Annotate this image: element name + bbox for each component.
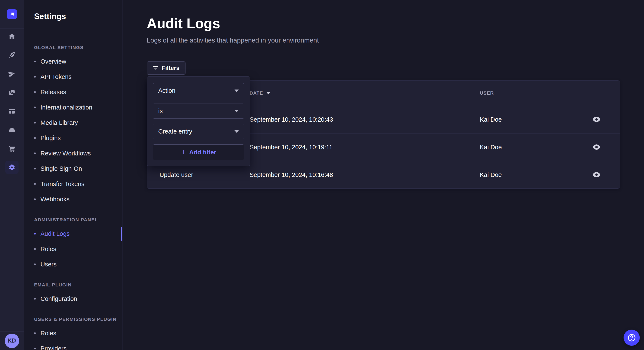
sidebar-item-label: Review Workflows xyxy=(40,150,91,157)
filter-field-value: Action xyxy=(158,87,176,94)
item-bullet xyxy=(34,233,36,234)
sidebar-item-label: Providers xyxy=(40,345,67,350)
view-details-button[interactable] xyxy=(590,114,602,126)
sidebar-item-label: Media Library xyxy=(40,119,78,126)
strapi-glyph-icon xyxy=(9,11,15,17)
rail-cloud-icon[interactable] xyxy=(5,123,18,137)
sidebar-section-label: USERS & PERMISSIONS PLUGIN xyxy=(34,317,122,322)
sidebar-item-providers[interactable]: Providers xyxy=(24,341,122,350)
sidebar-item-roles[interactable]: Roles xyxy=(24,241,122,257)
item-bullet xyxy=(34,263,36,265)
filter-operator-select[interactable]: is xyxy=(153,104,244,119)
settings-title: Settings xyxy=(34,12,122,21)
filters-button[interactable]: Filters xyxy=(147,61,186,75)
sort-desc-icon[interactable] xyxy=(266,92,270,94)
sidebar-section-label: GLOBAL SETTINGS xyxy=(34,45,122,50)
date-header-label: DATE xyxy=(250,90,263,96)
sidebar-item-configuration[interactable]: Configuration xyxy=(24,291,122,306)
chevron-down-icon xyxy=(234,90,239,92)
rail-layout-icon[interactable] xyxy=(5,105,18,118)
filter-popover: Action is Create entry + Add filter xyxy=(147,76,250,166)
item-bullet xyxy=(34,332,36,334)
item-bullet xyxy=(34,168,36,170)
sidebar-item-list: RolesProviders xyxy=(24,326,122,350)
sidebar-section-label: EMAIL PLUGIN xyxy=(34,282,122,288)
active-indicator xyxy=(121,227,122,241)
sidebar-item-review-workflows[interactable]: Review Workflows xyxy=(24,146,122,161)
filters-button-label: Filters xyxy=(162,65,180,71)
filter-value-value: Create entry xyxy=(158,128,192,135)
sidebar-item-label: Releases xyxy=(40,89,66,96)
sidebar-item-label: Roles xyxy=(40,246,56,253)
sidebar-item-audit-logs[interactable]: Audit Logs xyxy=(24,226,122,241)
rail-settings-gear-icon[interactable] xyxy=(5,161,18,174)
sidebar-item-label: Transfer Tokens xyxy=(40,180,84,187)
sidebar-item-label: Plugins xyxy=(40,135,61,142)
item-bullet xyxy=(34,76,36,78)
filter-value-select[interactable]: Create entry xyxy=(153,124,244,139)
item-bullet xyxy=(34,183,36,185)
cell-user: Kai Doe xyxy=(480,144,586,151)
sidebar-item-releases[interactable]: Releases xyxy=(24,84,122,100)
main-nav-rail: KD xyxy=(0,0,24,350)
cell-date: September 10, 2024, 10:16:48 xyxy=(250,172,480,178)
sidebar-item-label: API Tokens xyxy=(40,73,72,80)
logo-section xyxy=(0,0,24,28)
sidebar-item-label: Audit Logs xyxy=(40,230,70,237)
filter-operator-value: is xyxy=(158,108,163,115)
cell-user: Kai Doe xyxy=(480,172,586,178)
rail-cart-icon[interactable] xyxy=(5,142,18,155)
cell-action: Update user xyxy=(160,172,250,178)
item-bullet xyxy=(34,91,36,93)
column-header-date[interactable]: DATE xyxy=(250,90,480,96)
sidebar-item-users[interactable]: Users xyxy=(24,257,122,272)
item-bullet xyxy=(34,107,36,108)
sidebar-item-list: Configuration xyxy=(24,291,122,306)
sidebar-item-media-library[interactable]: Media Library xyxy=(24,115,122,130)
add-filter-button[interactable]: + Add filter xyxy=(153,144,244,160)
item-bullet xyxy=(34,248,36,250)
cell-date: September 10, 2024, 10:19:11 xyxy=(250,144,480,151)
page-subtitle: Logs of all the activities that happened… xyxy=(147,37,319,44)
item-bullet xyxy=(34,198,36,200)
sidebar-item-transfer-tokens[interactable]: Transfer Tokens xyxy=(24,176,122,191)
sidebar-item-single-sign-on[interactable]: Single Sign-On xyxy=(24,161,122,176)
user-avatar[interactable]: KD xyxy=(5,334,19,348)
rail-media-icon[interactable] xyxy=(5,86,18,99)
help-button[interactable] xyxy=(624,330,640,346)
eye-icon xyxy=(593,144,600,150)
sidebar-item-plugins[interactable]: Plugins xyxy=(24,130,122,146)
add-filter-label: Add filter xyxy=(189,149,216,156)
sidebar-item-label: Single Sign-On xyxy=(40,165,82,172)
rail-feather-icon[interactable] xyxy=(5,48,18,62)
item-bullet xyxy=(34,298,36,300)
item-bullet xyxy=(34,348,36,349)
sidebar-item-label: Roles xyxy=(40,330,56,337)
sidebar-item-label: Configuration xyxy=(40,295,77,302)
item-bullet xyxy=(34,61,36,62)
main-content: Audit Logs Logs of all the activities th… xyxy=(122,0,644,350)
sidebar-section-label: ADMINISTRATION PANEL xyxy=(34,217,122,223)
column-header-user[interactable]: USER xyxy=(480,90,586,96)
rail-paper-plane-icon[interactable] xyxy=(5,67,18,80)
sidebar-item-webhooks[interactable]: Webhooks xyxy=(24,191,122,207)
sidebar-item-api-tokens[interactable]: API Tokens xyxy=(24,69,122,84)
sidebar-item-overview[interactable]: Overview xyxy=(24,54,122,69)
sidebar-item-list: Audit LogsRolesUsers xyxy=(24,226,122,272)
strapi-logo-icon[interactable] xyxy=(7,9,17,19)
eye-icon xyxy=(593,172,600,178)
rail-home-icon[interactable] xyxy=(5,30,18,43)
page-title: Audit Logs xyxy=(147,15,220,31)
view-details-button[interactable] xyxy=(590,141,602,153)
view-details-button[interactable] xyxy=(590,169,602,181)
cell-date: September 10, 2024, 10:20:43 xyxy=(250,116,480,123)
filter-field-select[interactable]: Action xyxy=(153,83,244,98)
sidebar-item-label: Users xyxy=(40,261,57,268)
sidebar-item-internationalization[interactable]: Internationalization xyxy=(24,100,122,115)
sidebar-item-roles[interactable]: Roles xyxy=(24,326,122,341)
chevron-down-icon xyxy=(234,130,239,133)
sidebar-item-label: Overview xyxy=(40,58,66,65)
item-bullet xyxy=(34,137,36,139)
eye-icon xyxy=(593,117,600,123)
cell-user: Kai Doe xyxy=(480,116,586,123)
